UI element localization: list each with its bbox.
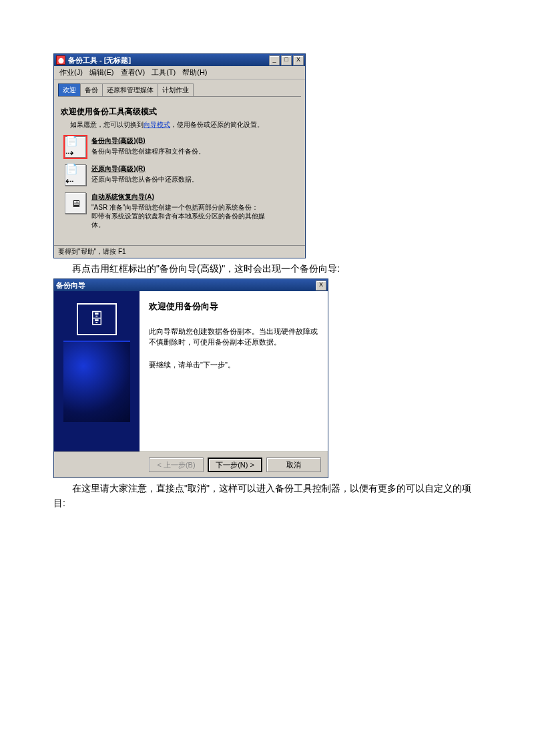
panel-subtitle: 如果愿意，您可以切换到向导模式，使用备份或还原的简化设置。 bbox=[70, 120, 300, 130]
asr-wizard-title[interactable]: 自动系统恢复向导(A) bbox=[91, 192, 265, 202]
restore-wizard-desc: 还原向导帮助您从备份中还原数据。 bbox=[91, 175, 265, 184]
wizard-body-2: 要继续，请单击"下一步"。 bbox=[149, 359, 318, 370]
menu-edit[interactable]: 编辑(E) bbox=[87, 67, 117, 78]
asr-wizard-desc: "ASR 准备"向导帮助您创建一个包括两部分的系统备份：即带有系统设置的软盘和含… bbox=[91, 203, 265, 229]
menu-help[interactable]: 帮助(H) bbox=[180, 67, 210, 78]
paragraph-2: 在这里请大家注意，直接点"取消"，这样可以进入备份工具控制器，以便有更多的可以自… bbox=[53, 481, 481, 510]
backup-wizard-title[interactable]: 备份向导(高级)(B) bbox=[91, 136, 265, 146]
app-icon: ⬤ bbox=[56, 55, 65, 65]
backup-wizard-icon[interactable]: 📄⇢ bbox=[65, 136, 86, 158]
dialog-close-button[interactable]: X bbox=[316, 280, 326, 291]
backup-tool-window: ⬤ 备份工具 - [无标题] _ □ X 作业(J) 编辑(E) 查看(V) 工… bbox=[53, 53, 306, 258]
wizard-side-icon: 🗄 bbox=[77, 303, 117, 335]
tab-backup[interactable]: 备份 bbox=[80, 83, 103, 96]
panel-heading: 欢迎使用备份工具高级模式 bbox=[61, 106, 300, 118]
menu-view[interactable]: 查看(V) bbox=[118, 67, 148, 78]
subtext-prefix: 如果愿意，您可以切换到 bbox=[70, 121, 144, 128]
restore-wizard-title[interactable]: 还原向导(高级)(R) bbox=[91, 164, 265, 174]
wizard-side-panel: 🗄 bbox=[54, 291, 140, 451]
restore-wizard-icon[interactable]: 📄⇠ bbox=[65, 164, 86, 186]
dialog-title: 备份向导 bbox=[56, 280, 85, 291]
menu-job[interactable]: 作业(J) bbox=[57, 67, 85, 78]
wizard-body-1: 此向导帮助您创建数据备份副本。当出现硬件故障或不慎删除时，可使用备份副本还原数据… bbox=[149, 326, 318, 347]
statusbar: 要得到"帮助"，请按 F1 bbox=[54, 245, 305, 258]
wizard-side-graphic bbox=[63, 341, 130, 422]
tab-schedule[interactable]: 计划作业 bbox=[158, 83, 194, 96]
subtext-suffix: ，使用备份或还原的简化设置。 bbox=[170, 121, 264, 128]
wizard-heading: 欢迎使用备份向导 bbox=[149, 301, 318, 313]
menu-tools[interactable]: 工具(T) bbox=[149, 67, 178, 78]
tab-restore[interactable]: 还原和管理媒体 bbox=[102, 83, 158, 96]
tab-welcome[interactable]: 欢迎 bbox=[58, 83, 81, 96]
paragraph-1: 再点击用红框标出的"备份向导(高级)"，这时会出现一个备份向导: bbox=[53, 261, 481, 276]
maximize-button[interactable]: □ bbox=[281, 55, 292, 65]
asr-wizard-icon[interactable]: 🖥 bbox=[65, 192, 86, 214]
minimize-button[interactable]: _ bbox=[269, 55, 280, 65]
backup-wizard-dialog: 备份向导 X 🗄 欢迎使用备份向导 此向导帮助您创建数据备份副本。当出现硬件故障… bbox=[53, 278, 328, 478]
tabstrip: 欢迎 备份 还原和管理媒体 计划作业 bbox=[58, 83, 301, 97]
option-backup-wizard: 📄⇢ 备份向导(高级)(B) 备份向导帮助您创建程序和文件备份。 bbox=[65, 136, 300, 158]
next-button[interactable]: 下一步(N) > bbox=[208, 457, 262, 472]
wizard-mode-link[interactable]: 向导模式 bbox=[144, 121, 170, 128]
option-asr-wizard: 🖥 自动系统恢复向导(A) "ASR 准备"向导帮助您创建一个包括两部分的系统备… bbox=[65, 192, 300, 229]
cancel-button[interactable]: 取消 bbox=[266, 457, 321, 472]
close-button[interactable]: X bbox=[293, 55, 304, 65]
back-button: < 上一步(B) bbox=[149, 457, 204, 472]
menubar: 作业(J) 编辑(E) 查看(V) 工具(T) 帮助(H) bbox=[54, 66, 305, 79]
dialog-titlebar[interactable]: 备份向导 X bbox=[54, 279, 328, 291]
titlebar[interactable]: ⬤ 备份工具 - [无标题] _ □ X bbox=[54, 54, 305, 66]
option-restore-wizard: 📄⇠ 还原向导(高级)(R) 还原向导帮助您从备份中还原数据。 bbox=[65, 164, 300, 186]
window-title: 备份工具 - [无标题] bbox=[68, 55, 131, 65]
dialog-button-row: < 上一步(B) 下一步(N) > 取消 bbox=[54, 451, 328, 478]
backup-wizard-desc: 备份向导帮助您创建程序和文件备份。 bbox=[91, 147, 265, 156]
